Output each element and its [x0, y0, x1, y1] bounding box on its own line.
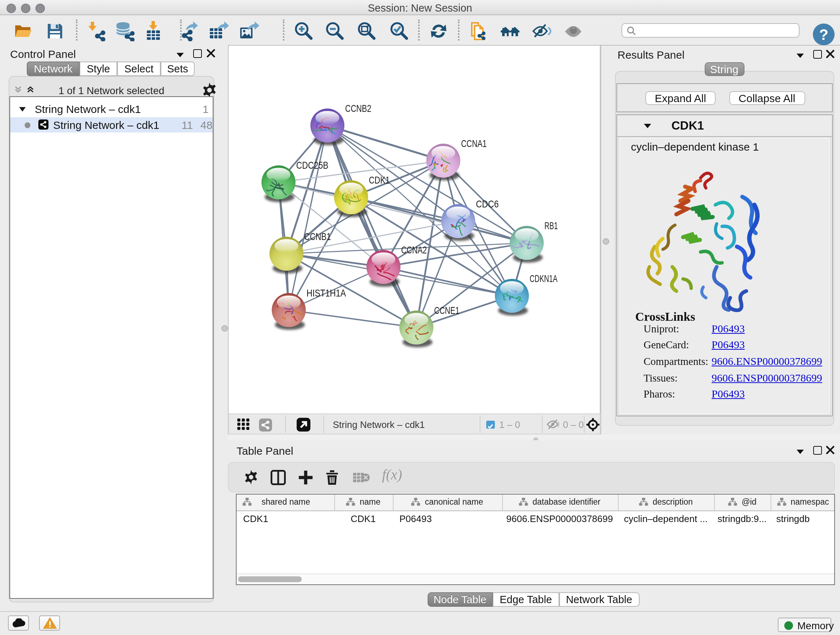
svg-text:CDKN1A: CDKN1A	[530, 273, 557, 284]
svg-text:HIST1H1A: HIST1H1A	[306, 287, 346, 299]
svg-text:CCNA1: CCNA1	[461, 138, 486, 149]
svg-text:CDC6: CDC6	[476, 198, 499, 210]
svg-text:CCNE1: CCNE1	[434, 305, 459, 316]
svg-text:RB1: RB1	[545, 220, 558, 231]
svg-text:CCNA2: CCNA2	[401, 244, 427, 256]
svg-text:?: ?	[819, 26, 829, 43]
svg-text:CCNB2: CCNB2	[345, 103, 371, 114]
svg-text:CDC25B: CDC25B	[296, 160, 328, 171]
svg-text:CDK1: CDK1	[369, 174, 390, 186]
svg-text:CCNB1: CCNB1	[304, 231, 331, 242]
